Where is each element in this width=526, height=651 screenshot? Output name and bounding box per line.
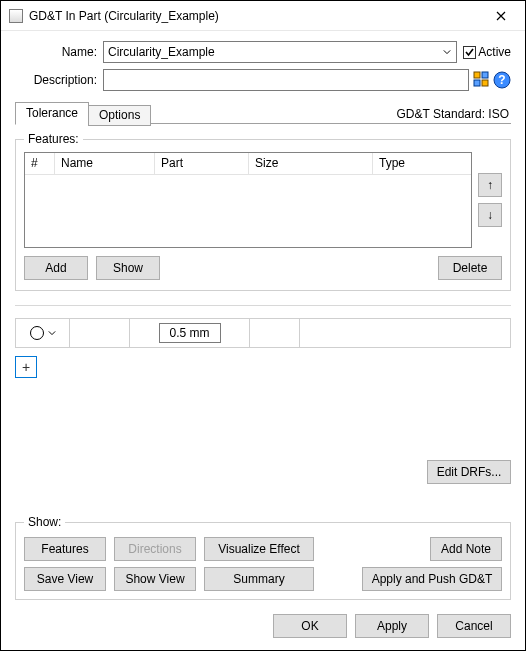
delete-button[interactable]: Delete — [438, 256, 502, 280]
dialog-footer: OK Apply Cancel — [273, 614, 511, 638]
show-legend: Show: — [24, 515, 65, 529]
tab-bar: Tolerance Options GD&T Standard: ISO — [15, 101, 511, 124]
tab-tolerance[interactable]: Tolerance — [15, 102, 89, 125]
features-legend: Features: — [24, 132, 83, 146]
edit-drfs-button[interactable]: Edit DRFs... — [427, 460, 511, 484]
arrow-down-icon: ↓ — [487, 208, 493, 222]
tolerance-datum-cell[interactable] — [300, 319, 510, 347]
divider — [15, 305, 511, 306]
col-part[interactable]: Part — [155, 153, 249, 175]
features-group: Features: # Name Part Size Type ↑ ↓ — [15, 132, 511, 291]
add-note-button[interactable]: Add Note — [430, 537, 502, 561]
directions-button: Directions — [114, 537, 196, 561]
show-group: Show: Features Directions Visualize Effe… — [15, 515, 511, 600]
apply-button[interactable]: Apply — [355, 614, 429, 638]
svg-rect-3 — [482, 80, 488, 86]
add-tolerance-row-button[interactable]: + — [15, 356, 37, 378]
svg-text:?: ? — [498, 73, 505, 87]
col-type[interactable]: Type — [373, 153, 471, 175]
summary-button[interactable]: Summary — [204, 567, 314, 591]
chevron-down-icon — [48, 326, 56, 340]
visualize-effect-button[interactable]: Visualize Effect — [204, 537, 314, 561]
move-up-button[interactable]: ↑ — [478, 173, 502, 197]
save-view-button[interactable]: Save View — [24, 567, 106, 591]
circularity-icon — [30, 326, 44, 340]
name-label: Name: — [15, 45, 103, 59]
window-title: GD&T In Part (Circularity_Example) — [29, 9, 479, 23]
ok-button[interactable]: OK — [273, 614, 347, 638]
app-icon — [9, 9, 23, 23]
active-checkbox[interactable]: Active — [463, 45, 511, 59]
svg-rect-1 — [482, 72, 488, 78]
close-button[interactable] — [479, 2, 523, 30]
checkbox-icon — [463, 46, 476, 59]
show-view-button[interactable]: Show View — [114, 567, 196, 591]
apply-push-gdt-button[interactable]: Apply and Push GD&T — [362, 567, 502, 591]
cancel-button[interactable]: Cancel — [437, 614, 511, 638]
tolerance-value-input[interactable]: 0.5 mm — [159, 323, 221, 343]
settings-icon-button[interactable] — [473, 71, 491, 89]
col-num[interactable]: # — [25, 153, 55, 175]
show-button[interactable]: Show — [96, 256, 160, 280]
svg-rect-0 — [474, 72, 480, 78]
add-button[interactable]: Add — [24, 256, 88, 280]
tolerance-symbol-dropdown[interactable] — [16, 319, 70, 347]
chevron-down-icon — [440, 45, 454, 59]
table-header: # Name Part Size Type — [25, 153, 471, 175]
close-icon — [496, 11, 506, 21]
description-label: Description: — [15, 73, 103, 87]
svg-rect-2 — [474, 80, 480, 86]
features-button[interactable]: Features — [24, 537, 106, 561]
tolerance-value-cell[interactable]: 0.5 mm — [130, 319, 250, 347]
features-table[interactable]: # Name Part Size Type — [24, 152, 472, 248]
arrow-up-icon: ↑ — [487, 178, 493, 192]
col-name[interactable]: Name — [55, 153, 155, 175]
move-down-button[interactable]: ↓ — [478, 203, 502, 227]
name-value: Circularity_Example — [108, 45, 215, 59]
tab-options[interactable]: Options — [88, 105, 151, 126]
tolerance-extra-cell[interactable] — [250, 319, 300, 347]
tolerance-row: 0.5 mm — [15, 318, 511, 348]
description-input[interactable] — [103, 69, 469, 91]
tolerance-modifier-cell[interactable] — [70, 319, 130, 347]
help-icon-button[interactable]: ? — [493, 71, 511, 89]
titlebar: GD&T In Part (Circularity_Example) — [1, 1, 525, 31]
name-combo[interactable]: Circularity_Example — [103, 41, 457, 63]
active-label: Active — [478, 45, 511, 59]
col-size[interactable]: Size — [249, 153, 373, 175]
gdt-standard-label: GD&T Standard: ISO — [397, 107, 510, 121]
